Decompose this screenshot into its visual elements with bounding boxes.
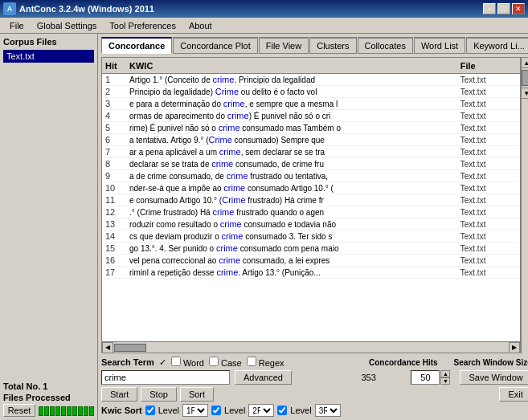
tab-word-list[interactable]: Word List	[414, 37, 465, 54]
window-size-down[interactable]: ▼	[440, 377, 450, 385]
kwic-sort-label: Kwic Sort	[101, 406, 142, 415]
tab-clusters[interactable]: Clusters	[309, 37, 356, 54]
level3-checkbox[interactable]	[277, 406, 287, 415]
maximize-button[interactable]: □	[497, 3, 510, 14]
menu-tool-preferences[interactable]: Tool Preferences	[103, 19, 182, 32]
table-row[interactable]: 17 riminl a repetição desse crime. Artig…	[102, 267, 520, 279]
regex-checkbox[interactable]	[247, 357, 256, 366]
level3-select[interactable]: 3R3L	[315, 404, 341, 417]
col-header-kwic: KWIC	[129, 61, 460, 71]
results-container: Hit KWIC File 1 Artigo 1.° (Conceito de …	[101, 57, 528, 353]
vertical-scrollbar[interactable]: ▲ ▼	[521, 57, 528, 353]
app-icon: A	[3, 2, 16, 15]
start-button[interactable]: Start	[101, 387, 137, 402]
table-row[interactable]: 14 cs que deviam produzir o crime consum…	[102, 230, 520, 243]
level3-label: Level	[290, 406, 311, 415]
table-row[interactable]: 4 ormas de aparecimento do crime) É puni…	[102, 110, 520, 122]
menu-bar: File Global Settings Tool Preferences Ab…	[0, 18, 528, 34]
exit-button[interactable]: Exit	[499, 387, 528, 402]
bottom-area: Search Term ✓ Word Case Regex Concordanc…	[101, 357, 528, 417]
table-row[interactable]: 13 roduzir como resultado o crime consum…	[102, 218, 520, 230]
level2-select[interactable]: 2R2L	[248, 404, 274, 417]
window-size-label: Search Window Size	[454, 358, 528, 367]
concordance-hits-label: Concordance Hits	[369, 358, 438, 367]
menu-global-settings[interactable]: Global Settings	[31, 19, 104, 32]
table-row[interactable]: 15 go 13.°. 4. Ser punido o crime consum…	[102, 243, 520, 255]
table-row[interactable]: 8 declarar se se trata de crime consumad…	[102, 158, 520, 170]
col-header-hit: Hit	[105, 61, 129, 71]
progress-bar	[39, 406, 94, 416]
word-checkbox[interactable]	[171, 357, 181, 366]
table-row[interactable]: 9 a de crime consumado, de crime frustra…	[102, 170, 520, 182]
level2-label: Level	[224, 406, 245, 415]
window-title: AntConc 3.2.4w (Windows) 2011	[19, 4, 154, 14]
level1-label: Level	[158, 406, 179, 415]
table-row[interactable]: 10 nder-se-á que a impõe ao crime consum…	[102, 182, 520, 194]
close-button[interactable]: ✕	[512, 3, 525, 14]
tab-collocates[interactable]: Collocates	[358, 37, 413, 54]
vscroll-up-arrow[interactable]: ▲	[521, 57, 528, 68]
hscroll-left-arrow[interactable]: ◀	[102, 342, 113, 353]
tab-keyword-list[interactable]: Keyword Li...	[466, 37, 528, 54]
table-row[interactable]: 5 rime) É punivel não só o crime consuma…	[102, 122, 520, 134]
search-term-label: Search Term	[101, 357, 154, 367]
word-check-label: Word	[171, 357, 204, 368]
tab-file-view[interactable]: File View	[259, 37, 309, 54]
hits-value: 353	[361, 373, 385, 382]
reset-button[interactable]: Reset	[3, 404, 35, 417]
table-row[interactable]: 7 ar a pena aplicável a um crime, sem de…	[102, 146, 520, 158]
level1-select[interactable]: 1R1L	[182, 404, 208, 417]
col-header-file: File	[460, 61, 517, 71]
table-row[interactable]: 1 Artigo 1.° (Conceito de crime. Princip…	[102, 74, 520, 86]
tab-concordance[interactable]: Concordance	[101, 37, 172, 54]
table-row[interactable]: 11 e consumado Artigo 10.° (Crime frustr…	[102, 194, 520, 206]
save-window-button[interactable]: Save Window	[460, 370, 528, 385]
corpus-files-title: Corpus Files	[3, 37, 94, 47]
window-size-input[interactable]	[411, 370, 440, 385]
checkmark-icon: ✓	[159, 357, 166, 368]
case-check-label: Case	[209, 357, 242, 368]
sidebar: Corpus Files Text.txt Total No. 1 Files …	[0, 34, 98, 420]
content-area: Concordance Concordance Plot File View C…	[98, 34, 528, 420]
level2-checkbox[interactable]	[211, 406, 221, 415]
files-processed-label: Files Processed	[3, 393, 94, 402]
table-row[interactable]: 16 vel pena correccional ao crime consum…	[102, 255, 520, 267]
minimize-button[interactable]: −	[483, 3, 496, 14]
results-table: Hit KWIC File 1 Artigo 1.° (Conceito de …	[101, 57, 521, 353]
kwic-sort-row: Kwic Sort Level 1R1L Level 2R2L Level 3R…	[101, 404, 528, 417]
title-bar: A AntConc 3.2.4w (Windows) 2011 − □ ✕	[0, 0, 528, 18]
table-row[interactable]: 12 .° (Crime frustrado) Há crime frustra…	[102, 206, 520, 218]
table-row[interactable]: 2 Principio da legalidade) Crime ou deli…	[102, 86, 520, 98]
table-row[interactable]: 6 a tentativa. Artigo 9.° (Crime consuma…	[102, 134, 520, 146]
advanced-button[interactable]: Advanced	[235, 370, 292, 385]
tabs: Concordance Concordance Plot File View C…	[101, 37, 528, 54]
table-row[interactable]: 3 e para a determinação do crime, e semp…	[102, 98, 520, 110]
vscroll-down-arrow[interactable]: ▼	[521, 88, 528, 99]
total-label: Total No. 1	[3, 381, 94, 391]
search-input[interactable]	[101, 370, 230, 385]
menu-file[interactable]: File	[3, 19, 31, 32]
case-checkbox[interactable]	[209, 357, 219, 366]
tab-concordance-plot[interactable]: Concordance Plot	[173, 37, 257, 54]
level1-checkbox[interactable]	[145, 406, 155, 415]
menu-about[interactable]: About	[182, 19, 219, 32]
hscroll-right-arrow[interactable]: ▶	[509, 342, 520, 353]
horizontal-scrollbar[interactable]: ◀ ▶	[102, 341, 520, 353]
scroll-thumb[interactable]	[522, 70, 528, 86]
regex-check-label: Regex	[247, 357, 284, 368]
window-size-up[interactable]: ▲	[440, 370, 450, 377]
sort-button[interactable]: Sort	[180, 387, 214, 402]
file-item[interactable]: Text.txt	[3, 50, 94, 63]
stop-button[interactable]: Stop	[141, 387, 177, 402]
